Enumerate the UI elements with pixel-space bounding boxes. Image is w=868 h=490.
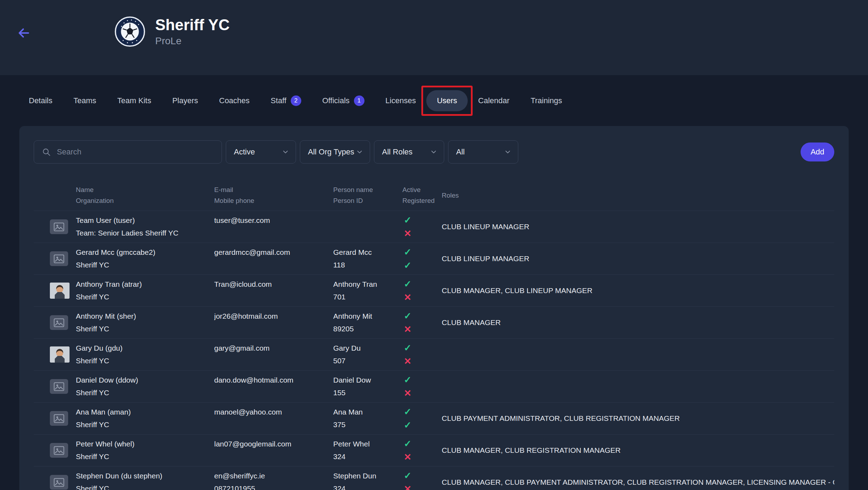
person-id: 375 bbox=[333, 420, 402, 430]
user-roles: CLUB MANAGER, CLUB PAYMENT ADMINISTRATOR… bbox=[442, 466, 834, 490]
table-row[interactable]: Daniel Dow (ddow)Sheriff YCdano.dow@hotm… bbox=[34, 370, 834, 402]
user-email: lan07@googlemail.com bbox=[214, 439, 333, 449]
user-phone bbox=[214, 260, 333, 270]
user-name: Gerard Mcc (gmccabe2) bbox=[76, 247, 214, 257]
tab-count-badge: 1 bbox=[354, 95, 364, 106]
table-body: Team User (tuser)Team: Senior Ladies She… bbox=[34, 211, 834, 490]
image-placeholder-icon bbox=[54, 446, 64, 455]
tab-label: Officials bbox=[322, 96, 350, 105]
tab-officials[interactable]: Officials1 bbox=[312, 90, 375, 112]
user-email: Tran@icloud.com bbox=[214, 279, 333, 289]
user-organization: Sheriff YC bbox=[76, 292, 214, 302]
status-cell: ✓✓ bbox=[402, 243, 442, 274]
user-organization: Sheriff YC bbox=[76, 324, 214, 334]
active-check-icon: ✓ bbox=[404, 215, 442, 225]
user-organization: Sheriff YC bbox=[76, 484, 214, 490]
table-row[interactable]: Ana Man (aman)Sheriff YCmanoel@yahoo.com… bbox=[34, 402, 834, 434]
tab-players[interactable]: Players bbox=[162, 90, 209, 111]
dropdown-value: All Org Types bbox=[308, 147, 354, 157]
chevron-down-icon bbox=[504, 148, 512, 156]
user-photo-avatar bbox=[50, 346, 70, 363]
user-organization: Team: Senior Ladies Sheriff YC bbox=[76, 228, 214, 238]
user-roles: CLUB MANAGER, CLUB LINEUP MANAGER bbox=[442, 275, 834, 306]
user-phone bbox=[214, 228, 333, 238]
registered-cross-icon: ✕ bbox=[404, 452, 442, 462]
status-cell: ✓✕ bbox=[402, 275, 442, 306]
tab-label: Team Kits bbox=[117, 96, 151, 105]
tab-label: Users bbox=[437, 96, 457, 105]
tab-staff[interactable]: Staff2 bbox=[260, 90, 312, 112]
column-header-e-mail: E-mailMobile phone bbox=[214, 185, 333, 205]
user-photo-avatar bbox=[50, 283, 70, 299]
tab-teams[interactable]: Teams bbox=[63, 90, 107, 111]
user-phone: 0872101955 bbox=[214, 484, 333, 490]
dropdown-value: All bbox=[456, 147, 465, 157]
table-row[interactable]: Peter Whel (whel)Sheriff YClan07@googlem… bbox=[34, 434, 834, 466]
tab-label: Licenses bbox=[386, 96, 416, 105]
avatar-placeholder bbox=[50, 379, 68, 394]
user-organization: Sheriff YC bbox=[76, 452, 214, 462]
user-email: tuser@tuser.com bbox=[214, 216, 333, 225]
table-row[interactable]: Gerard Mcc (gmccabe2)Sheriff YCgerardmcc… bbox=[34, 243, 834, 274]
chevron-down-icon bbox=[282, 148, 289, 156]
tab-label: Details bbox=[29, 96, 52, 105]
registered-cross-icon: ✕ bbox=[404, 484, 442, 490]
tab-coaches[interactable]: Coaches bbox=[209, 90, 260, 111]
search-input[interactable] bbox=[56, 147, 214, 157]
table-row[interactable]: Anthony Mit (sher)Sheriff YCjor26@hotmai… bbox=[34, 306, 834, 338]
search-icon bbox=[42, 147, 51, 157]
chevron-down-icon bbox=[430, 148, 438, 156]
active-check-icon: ✓ bbox=[404, 343, 442, 353]
filter-dropdown-all-org-types[interactable]: All Org Types bbox=[300, 140, 370, 164]
user-phone bbox=[214, 324, 333, 334]
user-email: dano.dow@hotmail.com bbox=[214, 375, 333, 385]
tab-team-kits[interactable]: Team Kits bbox=[107, 90, 162, 111]
table-row[interactable]: Stephen Dun (du stephen)Sheriff YCen@she… bbox=[34, 466, 834, 490]
tab-details[interactable]: Details bbox=[18, 90, 63, 111]
filter-dropdown-all-roles[interactable]: All Roles bbox=[374, 140, 444, 164]
avatar-cell bbox=[34, 307, 76, 338]
person-name: Stephen Dun bbox=[333, 471, 402, 481]
tab-trainings[interactable]: Trainings bbox=[520, 90, 573, 111]
tab-licenses[interactable]: Licenses bbox=[375, 90, 427, 111]
person-name: Gary Du bbox=[333, 343, 402, 353]
user-name: Anthony Mit (sher) bbox=[76, 311, 214, 321]
user-name: Gary Du (gdu) bbox=[76, 343, 214, 353]
person-name: Peter Whel bbox=[333, 439, 402, 449]
status-cell: ✓✓ bbox=[402, 403, 442, 434]
back-button[interactable] bbox=[15, 25, 32, 41]
status-cell: ✓✕ bbox=[402, 339, 442, 370]
user-phone bbox=[214, 452, 333, 462]
table-header-row: NameOrganizationE-mailMobile phonePerson… bbox=[34, 185, 834, 211]
person-id bbox=[333, 228, 402, 238]
table-row[interactable]: Anthony Tran (atrar)Sheriff YCTran@iclou… bbox=[34, 274, 834, 306]
user-roles bbox=[442, 371, 834, 402]
tab-count-badge: 2 bbox=[291, 95, 301, 106]
person-id: 155 bbox=[333, 388, 402, 398]
filter-dropdown-active[interactable]: Active bbox=[226, 140, 296, 164]
image-placeholder-icon bbox=[54, 318, 64, 327]
tab-users[interactable]: Users bbox=[426, 90, 467, 111]
tab-label: Coaches bbox=[219, 96, 250, 105]
table-row[interactable]: Team User (tuser)Team: Senior Ladies She… bbox=[34, 211, 834, 243]
image-placeholder-icon bbox=[54, 254, 64, 263]
person-name: Anthony Tran bbox=[333, 279, 402, 289]
user-name: Peter Whel (whel) bbox=[76, 439, 214, 449]
avatar-cell bbox=[34, 466, 76, 490]
dropdown-value: All Roles bbox=[382, 147, 413, 157]
table-row[interactable]: Gary Du (gdu)Sheriff YCgary@gmail.comGar… bbox=[34, 338, 834, 370]
tab-label: Teams bbox=[73, 96, 96, 105]
tab-calendar[interactable]: Calendar bbox=[468, 90, 520, 111]
add-button[interactable]: Add bbox=[801, 143, 834, 161]
status-cell: ✓✕ bbox=[402, 371, 442, 402]
search-box[interactable] bbox=[34, 140, 222, 164]
person-id: 89205 bbox=[333, 324, 402, 334]
avatar-placeholder bbox=[50, 411, 68, 426]
avatar-placeholder bbox=[50, 443, 68, 458]
filter-dropdown-all[interactable]: All bbox=[448, 140, 518, 164]
user-email: gerardmcc@gmail.com bbox=[214, 247, 333, 257]
registered-check-icon: ✓ bbox=[404, 420, 442, 430]
tab-label: Staff bbox=[271, 96, 287, 105]
users-table: NameOrganizationE-mailMobile phonePerson… bbox=[34, 185, 834, 490]
user-organization: Sheriff YC bbox=[76, 356, 214, 366]
